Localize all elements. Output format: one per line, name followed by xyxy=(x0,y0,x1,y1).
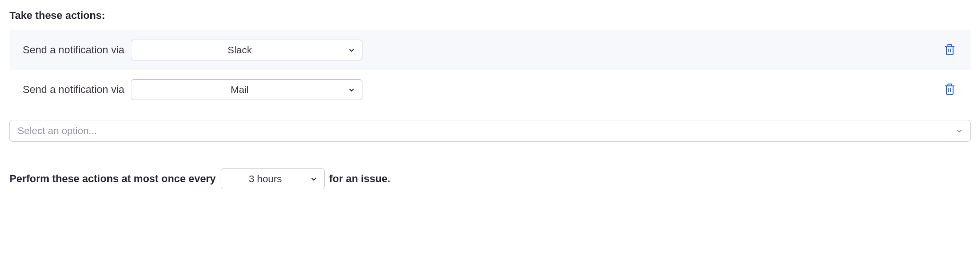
action-label: Send a notification via xyxy=(23,84,124,96)
frequency-select-wrap: 3 hours xyxy=(221,168,325,189)
frequency-suffix: for an issue. xyxy=(329,173,391,185)
notification-channel-select[interactable]: Slack xyxy=(131,40,362,60)
notification-channel-select-wrap: Mail xyxy=(131,79,362,100)
notification-channel-select-wrap: Slack xyxy=(131,40,362,60)
add-action-placeholder: Select an option... xyxy=(17,125,97,136)
section-title: Take these actions: xyxy=(9,9,971,22)
frequency-row: Perform these actions at most once every… xyxy=(9,168,971,189)
action-row: Send a notification via Slack xyxy=(9,30,971,70)
divider xyxy=(9,155,971,155)
delete-action-button[interactable] xyxy=(942,42,957,59)
notification-channel-select[interactable]: Mail xyxy=(131,79,362,100)
frequency-prefix: Perform these actions at most once every xyxy=(9,173,216,185)
chevron-down-icon xyxy=(955,126,963,135)
add-action-select[interactable]: Select an option... xyxy=(9,120,971,142)
delete-action-button[interactable] xyxy=(942,81,957,99)
add-action-row: Select an option... xyxy=(9,120,971,142)
frequency-select[interactable]: 3 hours xyxy=(221,168,325,189)
trash-icon xyxy=(944,83,955,97)
trash-icon xyxy=(944,43,955,57)
action-row: Send a notification via Mail xyxy=(9,70,971,109)
action-label: Send a notification via xyxy=(23,44,124,56)
